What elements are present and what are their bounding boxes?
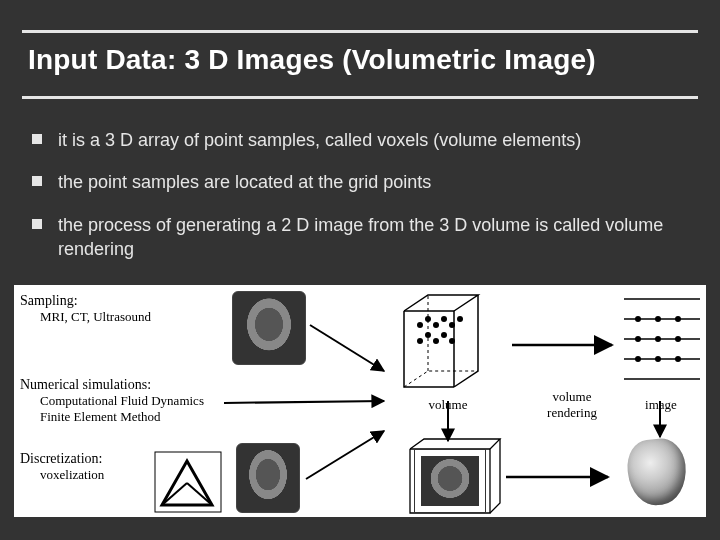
svg-point-24: [635, 316, 641, 322]
svg-line-2: [162, 483, 187, 505]
svg-point-14: [441, 316, 447, 322]
linking-arrows: [306, 323, 720, 519]
svg-point-13: [425, 316, 431, 322]
numsim-line: Computational Fluid Dynamics: [40, 393, 230, 409]
bullet-square-icon: [32, 134, 42, 144]
explanatory-figure: Sampling: MRI, CT, Ultrasound Numerical …: [14, 285, 706, 517]
sampling-header: Sampling:: [20, 293, 230, 309]
rule-top: [22, 30, 698, 33]
triangle-mesh-icon: [154, 451, 222, 513]
slide: Input Data: 3 D Images (Volumetric Image…: [0, 0, 720, 540]
sampling-line: MRI, CT, Ultrasound: [40, 309, 230, 325]
slide-title: Input Data: 3 D Images (Volumetric Image…: [28, 44, 596, 76]
numsim-line: Finite Element Method: [40, 409, 230, 425]
bullet-text: the process of generating a 2 D image fr…: [58, 215, 663, 259]
sampling-block: Sampling: MRI, CT, Ultrasound: [20, 293, 230, 325]
rule-bottom: [22, 96, 698, 99]
bullet-item: the process of generating a 2 D image fr…: [32, 213, 688, 262]
svg-point-15: [457, 316, 463, 322]
bullet-square-icon: [32, 176, 42, 186]
bullet-item: it is a 3 D array of point samples, call…: [32, 128, 688, 152]
svg-line-3: [187, 483, 212, 505]
numsim-header: Numerical simulations:: [20, 377, 230, 393]
svg-point-25: [655, 316, 661, 322]
svg-point-26: [675, 316, 681, 322]
bullet-text: it is a 3 D array of point samples, call…: [58, 130, 581, 150]
bullet-square-icon: [32, 219, 42, 229]
bullet-item: the point samples are located at the gri…: [32, 170, 688, 194]
bullet-text: the point samples are located at the gri…: [58, 172, 431, 192]
numerical-simulations-block: Numerical simulations: Computational Flu…: [20, 377, 230, 425]
bullet-list: it is a 3 D array of point samples, call…: [32, 128, 688, 279]
